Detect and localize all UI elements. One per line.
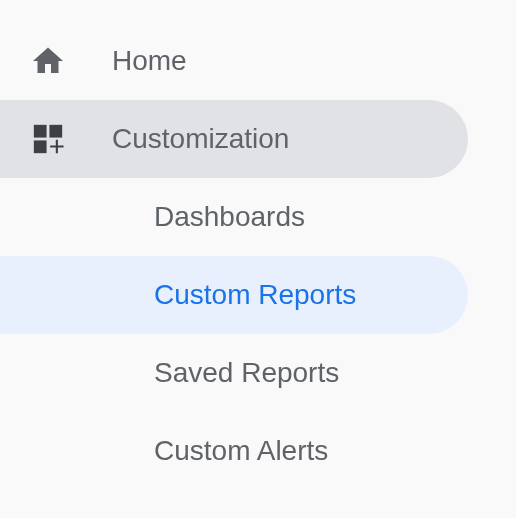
customization-icon bbox=[30, 121, 66, 157]
svg-rect-1 bbox=[49, 125, 62, 138]
sidebar-item-label: Customization bbox=[112, 123, 289, 155]
sidebar-item-customization[interactable]: Customization bbox=[0, 100, 468, 178]
home-icon bbox=[30, 43, 66, 79]
sidebar-subitem-saved-reports[interactable]: Saved Reports bbox=[0, 334, 516, 412]
sidebar-subitem-label: Dashboards bbox=[154, 201, 305, 233]
sidebar-subitem-label: Custom Alerts bbox=[154, 435, 328, 467]
svg-rect-2 bbox=[34, 140, 47, 153]
svg-rect-0 bbox=[34, 125, 47, 138]
sidebar-item-label: Home bbox=[112, 45, 187, 77]
sidebar-subitem-dashboards[interactable]: Dashboards bbox=[0, 178, 516, 256]
sidebar-subitem-custom-reports[interactable]: Custom Reports bbox=[0, 256, 468, 334]
sidebar-subitem-custom-alerts[interactable]: Custom Alerts bbox=[0, 412, 516, 490]
sidebar-subitem-label: Custom Reports bbox=[154, 279, 356, 311]
sidebar: Home Customization Dashboards Custom Rep… bbox=[0, 0, 516, 490]
sidebar-item-home[interactable]: Home bbox=[0, 22, 516, 100]
sidebar-subitem-label: Saved Reports bbox=[154, 357, 339, 389]
